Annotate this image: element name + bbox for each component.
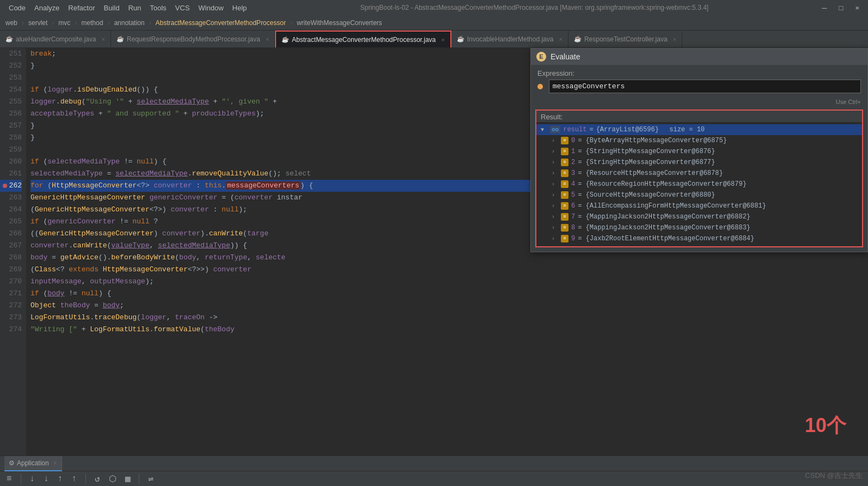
evaluate-panel: E Evaluate Expression: Use Ctrl+ Result:… (530, 48, 868, 252)
line-256: 256 (0, 108, 22, 120)
result-val-5: = {SourceHttpMessageConverter@6880} (578, 191, 715, 199)
tab-close-5[interactable]: × (673, 36, 676, 42)
file-tabs: ☕ alueHandlerComposite.java × ☕ RequestR… (0, 31, 868, 48)
close-btn[interactable]: × (851, 4, 864, 12)
result-key-9: 9 (571, 235, 575, 242)
menu-run[interactable]: Run (124, 4, 145, 12)
line-269: 269 (0, 264, 22, 276)
menu-analyze[interactable]: Analyze (30, 4, 64, 12)
expand-2[interactable]: › (552, 160, 558, 166)
tb-menu-btn[interactable]: ≡ (4, 473, 14, 485)
result-key-3: 3 (571, 169, 575, 177)
bc-method[interactable]: method (79, 19, 105, 27)
result-item-6[interactable]: › ≡ 6 = {AllEncompassingFormHttpMessageC… (547, 201, 862, 211)
expand-5[interactable]: › (552, 192, 558, 198)
line-numbers: 251 252 253 254 255 256 257 258 259 260 … (0, 48, 26, 455)
line-272: 272 (0, 300, 22, 312)
tb-down2-btn[interactable]: ↓ (41, 473, 51, 485)
bottom-toolbar: ≡ ↓ ↓ ↑ ↑ ↺ ⬡ ▦ ⇌ (0, 471, 868, 486)
evaluate-title-bar: E Evaluate (531, 48, 867, 65)
result-val-6: = {AllEncompassingFormHttpMessageConvert… (578, 202, 766, 210)
line-264: 264 (0, 204, 22, 216)
expand-0[interactable]: › (552, 138, 558, 144)
breakpoint-dot (537, 84, 543, 89)
code-271: if (body != null) { (30, 288, 868, 300)
result-item-2[interactable]: › ≡ 2 = {StringHttpMessageConverter@6877… (547, 157, 862, 168)
result-item-5[interactable]: › ≡ 5 = {SourceHttpMessageConverter@6880… (547, 190, 862, 201)
bc-mvc[interactable]: mvc (56, 19, 72, 27)
line-260: 260 (0, 156, 22, 168)
bc-annotation[interactable]: annotation (112, 19, 146, 27)
tab-close-1[interactable]: × (101, 36, 105, 42)
menu-build[interactable]: Build (99, 4, 124, 12)
line-251: 251 (0, 48, 22, 60)
tb-sep-2 (85, 474, 86, 484)
menu-help[interactable]: Help (228, 4, 252, 12)
result-item-0[interactable]: › ≡ 0 = {ByteArrayHttpMessageConverter@6… (547, 135, 862, 146)
menu-vcs[interactable]: VCS (171, 4, 194, 12)
evaluate-title: Evaluate (551, 52, 580, 61)
code-272: Object theBody = body; (30, 300, 868, 312)
tb-hex-btn[interactable]: ⬡ (107, 472, 119, 485)
item-icon-7: ≡ (561, 213, 569, 221)
use-ctrl-hint: Use Ctrl+ (531, 98, 867, 107)
tb-sep-3 (139, 474, 139, 484)
result-item-1[interactable]: › ≡ 1 = {StringHttpMessageConverter@6876… (547, 146, 862, 157)
result-item-7[interactable]: › ≡ 7 = {MappingJackson2HttpMessageConve… (547, 211, 862, 222)
result-item-8[interactable]: › ≡ 8 = {MappingJackson2HttpMessageConve… (547, 222, 862, 233)
tb-arrows-btn[interactable]: ⇌ (146, 472, 156, 485)
tab-invocable[interactable]: ☕ InvocableHandlerMethod.java × (451, 31, 569, 48)
result-root-row[interactable]: ▼ oo result = {ArrayList@6596} size = 10 (536, 124, 862, 135)
app-tab-label: Application (17, 459, 49, 467)
tab-close-4[interactable]: × (559, 36, 562, 42)
bc-servlet[interactable]: servlet (26, 19, 50, 27)
tab-close-2[interactable]: × (266, 36, 269, 42)
tb-up1-btn[interactable]: ↑ (56, 473, 65, 485)
java-icon-3: ☕ (282, 36, 289, 43)
bc-method-name[interactable]: writeWithMessageConverters (295, 19, 384, 27)
item-icon-6: ≡ (561, 202, 569, 210)
tb-refresh-btn[interactable]: ↺ (93, 472, 102, 485)
tab-valhandler[interactable]: ☕ alueHandlerComposite.java × (0, 31, 111, 48)
maximize-btn[interactable]: □ (835, 4, 848, 12)
tab-reqresp[interactable]: ☕ RequestResponseBodyMethodProcessor.jav… (111, 31, 275, 48)
expand-arrow-root[interactable]: ▼ (541, 127, 547, 133)
expression-input[interactable] (549, 80, 861, 93)
menu-code[interactable]: Code (4, 4, 30, 12)
menu-window[interactable]: Window (194, 4, 228, 12)
expand-3[interactable]: › (552, 171, 558, 177)
item-icon-1: ≡ (561, 148, 569, 155)
tb-grid-btn[interactable]: ▦ (123, 472, 133, 485)
expand-6[interactable]: › (552, 203, 558, 209)
application-tab[interactable]: ⚙ Application × (4, 456, 62, 471)
result-item-3[interactable]: › ≡ 3 = {ResourceHttpMessageConverter@68… (547, 168, 862, 179)
result-item-9[interactable]: › ≡ 9 = {Jaxb2RootElementHttpMessageConv… (547, 233, 862, 244)
menu-tools[interactable]: Tools (145, 4, 170, 12)
java-icon-2: ☕ (117, 35, 124, 42)
minimize-btn[interactable]: ─ (817, 4, 831, 12)
tb-up2-btn[interactable]: ↑ (69, 473, 79, 485)
item-icon-9: ≡ (561, 235, 569, 242)
expand-9[interactable]: › (552, 236, 558, 242)
menu-refactor[interactable]: Refactor (64, 4, 99, 12)
result-val-7: = {MappingJackson2HttpMessageConverter@6… (578, 213, 750, 221)
result-val-9: = {Jaxb2RootElementHttpMessageConverter@… (578, 235, 754, 242)
expand-1[interactable]: › (552, 149, 558, 155)
tb-down1-btn[interactable]: ↓ (28, 473, 38, 485)
code-274: "Writing [" + LogFormatUtils.formatValue… (30, 324, 868, 336)
bc-web[interactable]: web (3, 19, 20, 27)
tab-abstract[interactable]: ☕ AbstractMessageConverterMethodProcesso… (275, 31, 451, 48)
expand-7[interactable]: › (552, 214, 558, 220)
line-253: 253 (0, 72, 22, 84)
window-controls: ─ □ × (817, 4, 864, 12)
bc-class[interactable]: AbstractMessageConverterMethodProcessor (153, 19, 288, 27)
line-254: 254 (0, 84, 22, 96)
tab-responsetest[interactable]: ☕ ResponseTestController.java × (569, 31, 682, 48)
line-271: 271 (0, 288, 22, 300)
result-item-4[interactable]: › ≡ 4 = {ResourceRegionHttpMessageConver… (547, 179, 862, 190)
expand-8[interactable]: › (552, 225, 558, 231)
tab-close-3[interactable]: × (441, 37, 444, 43)
line-261: 261 (0, 168, 22, 180)
expand-4[interactable]: › (552, 181, 558, 187)
app-tab-close[interactable]: × (53, 459, 57, 467)
